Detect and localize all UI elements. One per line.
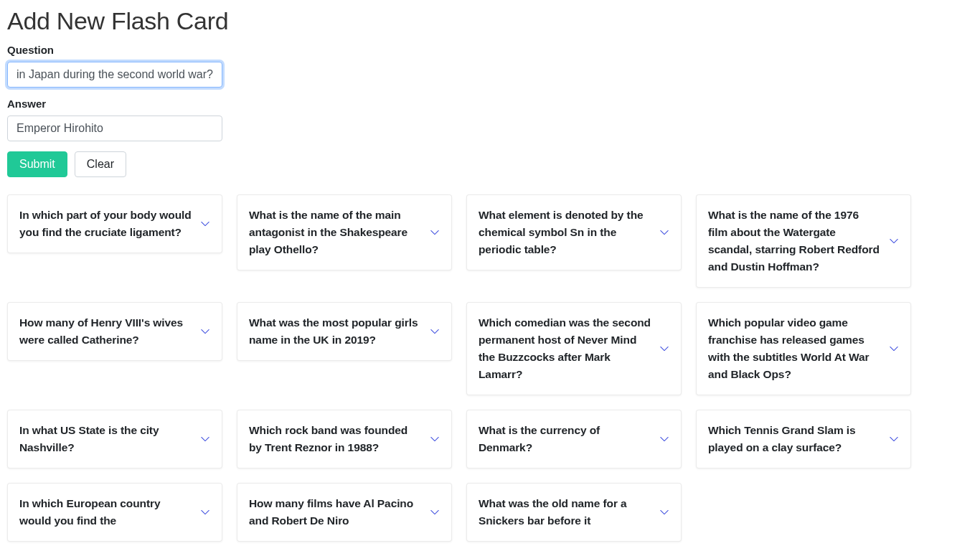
card-question: Which comedian was the second permanent …	[479, 314, 651, 383]
chevron-down-icon[interactable]	[200, 219, 210, 229]
flash-card[interactable]: What was the old name for a Snickers bar…	[466, 483, 682, 542]
flash-card[interactable]: Which popular video game franchise has r…	[696, 302, 911, 395]
flash-card[interactable]: What element is denoted by the chemical …	[466, 194, 682, 270]
chevron-down-icon[interactable]	[430, 434, 440, 444]
flash-card[interactable]: Which rock band was founded by Trent Rez…	[237, 410, 452, 468]
card-question: What is the name of the main antagonist …	[249, 207, 421, 258]
chevron-down-icon[interactable]	[659, 434, 669, 444]
flash-card[interactable]: In which part of your body would you fin…	[7, 194, 222, 253]
flash-card[interactable]: What is the name of the 1976 film about …	[696, 194, 911, 288]
flash-card[interactable]: In what US State is the city Nashville?	[7, 410, 222, 468]
flash-card[interactable]: What was the most popular girls name in …	[237, 302, 452, 361]
submit-button[interactable]: Submit	[7, 151, 67, 177]
card-question: In which part of your body would you fin…	[19, 207, 192, 241]
chevron-down-icon[interactable]	[430, 507, 440, 517]
answer-label: Answer	[7, 98, 969, 110]
card-question: Which popular video game franchise has r…	[708, 314, 880, 383]
clear-button[interactable]: Clear	[75, 151, 126, 177]
question-input[interactable]	[7, 62, 222, 88]
chevron-down-icon[interactable]	[200, 507, 210, 517]
flash-card[interactable]: Which comedian was the second permanent …	[466, 302, 682, 395]
flash-card[interactable]: In which European country would you find…	[7, 483, 222, 542]
card-question: What was the most popular girls name in …	[249, 314, 421, 349]
card-question: In what US State is the city Nashville?	[19, 422, 192, 456]
chevron-down-icon[interactable]	[430, 326, 440, 336]
answer-group: Answer	[7, 98, 969, 141]
card-question: What was the old name for a Snickers bar…	[479, 495, 651, 529]
card-question: In which European country would you find…	[19, 495, 192, 529]
chevron-down-icon[interactable]	[889, 236, 899, 246]
card-question: What element is denoted by the chemical …	[479, 207, 651, 258]
chevron-down-icon[interactable]	[659, 507, 669, 517]
card-question: What is the currency of Denmark?	[479, 422, 651, 456]
card-question: How many of Henry VIII's wives were call…	[19, 314, 192, 349]
card-question: What is the name of the 1976 film about …	[708, 207, 880, 276]
page-title: Add New Flash Card	[7, 7, 969, 35]
flash-card[interactable]: How many of Henry VIII's wives were call…	[7, 302, 222, 361]
cards-grid: In which part of your body would you fin…	[7, 194, 969, 542]
card-question: Which Tennis Grand Slam is played on a c…	[708, 422, 880, 456]
question-group: Question	[7, 44, 969, 88]
chevron-down-icon[interactable]	[889, 434, 899, 444]
flash-card[interactable]: What is the currency of Denmark?	[466, 410, 682, 468]
chevron-down-icon[interactable]	[659, 227, 669, 237]
chevron-down-icon[interactable]	[430, 227, 440, 237]
flash-card[interactable]: Which Tennis Grand Slam is played on a c…	[696, 410, 911, 468]
chevron-down-icon[interactable]	[200, 326, 210, 336]
question-label: Question	[7, 44, 969, 56]
card-question: How many films have Al Pacino and Robert…	[249, 495, 421, 529]
chevron-down-icon[interactable]	[200, 434, 210, 444]
flash-card[interactable]: How many films have Al Pacino and Robert…	[237, 483, 452, 542]
flash-card[interactable]: What is the name of the main antagonist …	[237, 194, 452, 270]
answer-input[interactable]	[7, 116, 222, 141]
button-row: Submit Clear	[7, 151, 969, 177]
chevron-down-icon[interactable]	[659, 344, 669, 354]
chevron-down-icon[interactable]	[889, 344, 899, 354]
card-question: Which rock band was founded by Trent Rez…	[249, 422, 421, 456]
